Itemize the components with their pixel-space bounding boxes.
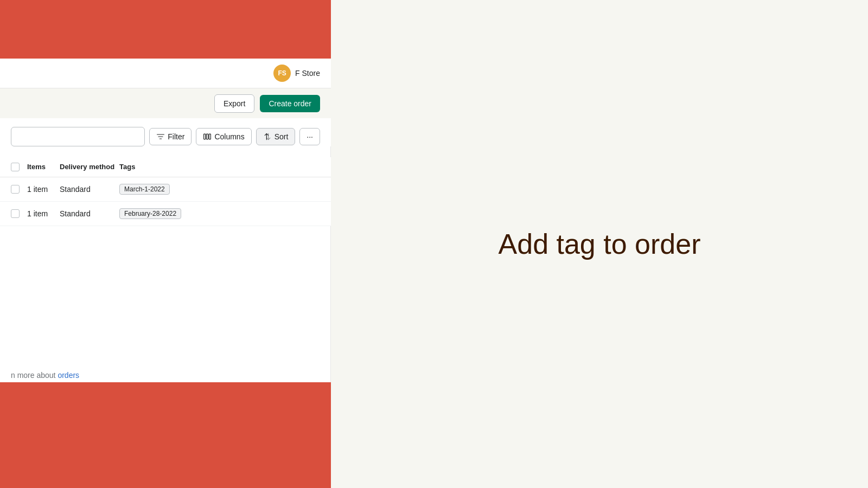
columns-button[interactable]: Columns (196, 128, 251, 145)
header-area: FS F Store (0, 59, 331, 88)
more-button[interactable]: ··· (299, 128, 320, 145)
search-filter-row: Filter Columns Sort (11, 127, 320, 146)
store-info: FS F Store (273, 65, 320, 82)
cell-tags-2: February-28-2022 (119, 208, 320, 219)
row-select-checkbox[interactable] (11, 209, 20, 218)
sort-icon (263, 132, 272, 141)
search-filter-area: Filter Columns Sort (0, 118, 331, 146)
filter-button[interactable]: Filter (149, 128, 192, 145)
table-row[interactable]: 1 item Standard February-28-2022 (0, 202, 331, 226)
cell-delivery-2: Standard (60, 209, 119, 218)
sort-button[interactable]: Sort (256, 128, 296, 145)
table-row[interactable]: 1 item Standard March-1-2022 (0, 177, 331, 202)
store-name-label: F Store (295, 69, 320, 78)
svg-rect-0 (204, 134, 206, 139)
footer-link-area: n more about orders (11, 371, 79, 380)
top-red-bar (0, 0, 331, 59)
col-header-tags: Tags (119, 163, 320, 171)
select-all-checkbox[interactable] (11, 163, 20, 171)
orders-table: Items Delivery method Tags 1 item Standa… (0, 157, 331, 226)
table-header: Items Delivery method Tags (0, 157, 331, 177)
svg-rect-2 (209, 134, 211, 139)
cell-delivery-1: Standard (60, 185, 119, 194)
cell-tags-1: March-1-2022 (119, 184, 320, 195)
avatar: FS (273, 65, 291, 82)
cell-items-1: 1 item (27, 185, 60, 194)
row-checkbox (11, 209, 27, 218)
tag-badge-1: March-1-2022 (119, 184, 170, 195)
right-panel: Add tag to order (331, 0, 868, 488)
tag-badge-2: February-28-2022 (119, 208, 181, 219)
svg-rect-1 (207, 134, 208, 139)
orders-link[interactable]: orders (58, 371, 79, 380)
col-header-items: Items (27, 163, 60, 171)
col-header-delivery: Delivery method (60, 163, 119, 171)
footer-text: n more about (11, 371, 58, 380)
toolbar-area: Export Create order (0, 88, 331, 118)
cell-items-2: 1 item (27, 209, 60, 218)
row-checkbox (11, 185, 27, 194)
left-panel: FS F Store Export Create order Filter (0, 0, 331, 488)
export-button[interactable]: Export (214, 94, 254, 113)
bottom-red-bar (0, 382, 331, 488)
row-select-checkbox[interactable] (11, 185, 20, 194)
columns-icon (203, 132, 212, 141)
search-input[interactable] (11, 127, 145, 146)
create-order-button[interactable]: Create order (260, 95, 320, 112)
add-tag-heading: Add tag to order (499, 228, 701, 260)
filter-icon (156, 132, 165, 141)
col-header-checkbox (11, 163, 27, 171)
more-dots: ··· (307, 132, 313, 141)
